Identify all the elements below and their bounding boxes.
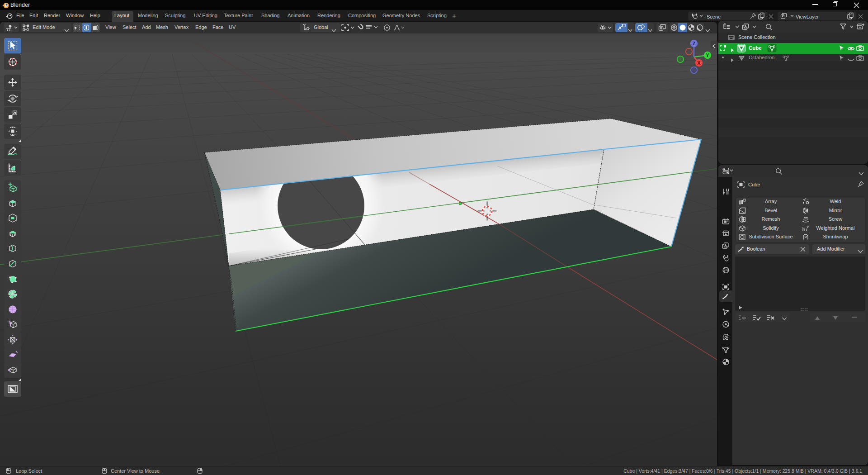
svg-text:X: X (697, 60, 701, 66)
svg-text:Z: Z (693, 41, 696, 46)
svg-text:Y: Y (706, 52, 709, 58)
